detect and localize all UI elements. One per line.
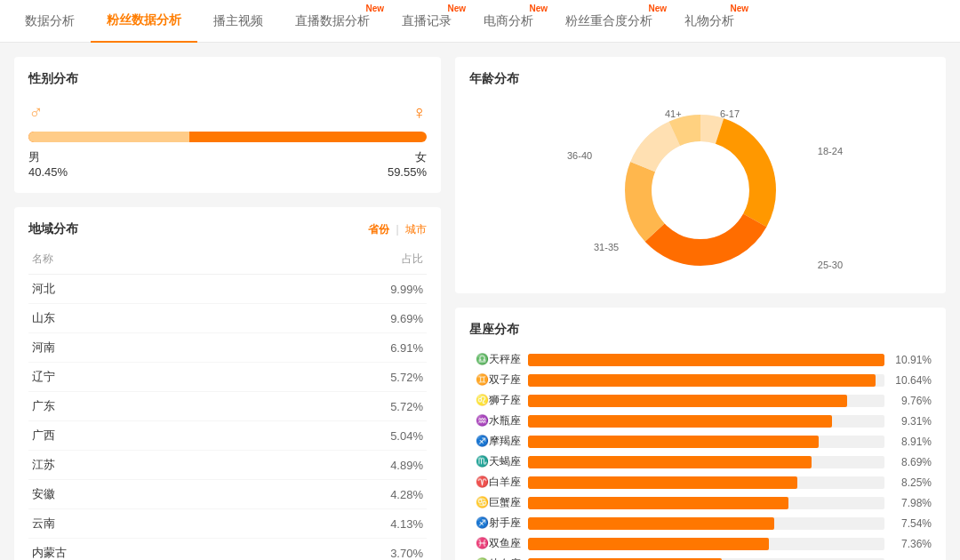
region-name: 江苏 xyxy=(28,451,232,480)
male-pct: 40.45% xyxy=(28,165,68,179)
region-pct: 4.89% xyxy=(232,451,427,480)
table-row: 内蒙古3.70% xyxy=(28,539,427,561)
tab-fans-overlap[interactable]: 粉丝重合度分析New xyxy=(549,0,668,43)
right-panel: 年龄分布 6-17 18-24 25-30 31-35 36-40 41+ 星座… xyxy=(455,57,946,560)
region-pct: 5.72% xyxy=(232,363,427,392)
age-labels-container: 6-17 18-24 25-30 31-35 36-40 41+ xyxy=(549,101,852,279)
region-name: 云南 xyxy=(28,509,232,539)
zodiac-list: ♎天秤座10.91%♊双子座10.64%♌狮子座9.76%♒水瓶座9.31%♐摩… xyxy=(469,352,932,560)
zodiac-bar-bg xyxy=(528,456,884,468)
age-card: 年龄分布 6-17 18-24 25-30 31-35 36-40 41+ xyxy=(455,57,946,293)
table-row: 广西5.04% xyxy=(28,421,427,451)
tab-gift-analysis[interactable]: 礼物分析New xyxy=(668,0,750,43)
zodiac-bar-bg xyxy=(528,538,884,550)
tab-fans-data[interactable]: 粉丝数据分析 xyxy=(91,0,197,43)
badge-new-ecommerce: New xyxy=(529,4,548,13)
region-pct: 3.70% xyxy=(232,539,427,561)
zodiac-bar-bg xyxy=(528,497,884,509)
zodiac-name: ♏天蝎座 xyxy=(469,454,521,469)
zodiac-bar-fill xyxy=(528,395,847,407)
zodiac-card: 星座分布 ♎天秤座10.91%♊双子座10.64%♌狮子座9.76%♒水瓶座9.… xyxy=(455,308,946,560)
zodiac-pct: 7.54% xyxy=(892,517,932,530)
age-label-6-17: 6-17 xyxy=(720,108,740,119)
zodiac-name: ♈白羊座 xyxy=(469,475,521,490)
gender-icons: ♂ ♀ xyxy=(28,101,427,124)
region-pct: 6.91% xyxy=(232,333,427,363)
gender-card: 性别分布 ♂ ♀ 男 40.45% 女 59.55% xyxy=(14,57,441,193)
main-content: 性别分布 ♂ ♀ 男 40.45% 女 59.55% xyxy=(0,43,960,560)
zodiac-pct: 8.91% xyxy=(892,436,932,448)
zodiac-bar-bg xyxy=(528,374,884,387)
age-label-36-40: 36-40 xyxy=(567,150,592,161)
zodiac-name: ♋巨蟹座 xyxy=(469,495,521,510)
zodiac-bar-fill xyxy=(528,456,812,468)
list-item: ♓双鱼座7.36% xyxy=(469,536,932,551)
gender-bar-male xyxy=(28,132,189,142)
zodiac-name: ♓双鱼座 xyxy=(469,536,521,551)
female-icon: ♀ xyxy=(412,101,428,124)
zodiac-name: ♌狮子座 xyxy=(469,393,521,408)
zodiac-bar-fill xyxy=(528,374,876,387)
age-label-41plus: 41+ xyxy=(665,108,682,119)
tab-live-record[interactable]: 直播记录New xyxy=(386,0,468,43)
zodiac-bar-bg xyxy=(528,354,884,366)
region-title: 地域分布 xyxy=(28,221,78,237)
zodiac-pct: 10.91% xyxy=(892,354,932,366)
zodiac-bar-bg xyxy=(528,395,884,407)
col-pct-header: 占比 xyxy=(232,244,427,275)
female-pct: 59.55% xyxy=(388,165,427,179)
table-row: 河南6.91% xyxy=(28,333,427,363)
region-name: 辽宁 xyxy=(28,363,232,392)
zodiac-bar-fill xyxy=(528,538,769,550)
region-pct: 9.69% xyxy=(232,304,427,333)
zodiac-pct: 9.31% xyxy=(892,415,932,428)
col-name-header: 名称 xyxy=(28,244,232,275)
table-row: 河北9.99% xyxy=(28,275,427,304)
list-item: ♋巨蟹座7.98% xyxy=(469,495,932,510)
zodiac-name: ♐射手座 xyxy=(469,516,521,531)
zodiac-pct: 10.64% xyxy=(892,374,932,387)
zodiac-pct: 8.25% xyxy=(892,476,932,489)
zodiac-bar-fill xyxy=(528,436,819,448)
region-table: 名称 占比 河北9.99%山东9.69%河南6.91%辽宁5.72%广东5.72… xyxy=(28,244,427,560)
toggle-city[interactable]: 城市 xyxy=(405,223,427,236)
list-item: ♈白羊座8.25% xyxy=(469,475,932,490)
tab-anchor-video[interactable]: 播主视频 xyxy=(197,0,279,43)
region-name: 安徽 xyxy=(28,480,232,509)
region-pct: 5.04% xyxy=(232,421,427,451)
tab-live-data[interactable]: 直播数据分析New xyxy=(279,0,386,43)
zodiac-title: 星座分布 xyxy=(469,322,932,338)
tab-bar: 数据分析粉丝数据分析播主视频直播数据分析New直播记录New电商分析New粉丝重… xyxy=(0,0,960,43)
table-row: 山东9.69% xyxy=(28,304,427,333)
table-row: 辽宁5.72% xyxy=(28,363,427,392)
gender-bar xyxy=(28,132,427,142)
list-item: ♒水瓶座9.31% xyxy=(469,413,932,428)
region-toggle: 省份 | 城市 xyxy=(368,222,427,237)
tab-ecommerce[interactable]: 电商分析New xyxy=(468,0,549,43)
region-pct: 5.72% xyxy=(232,392,427,421)
zodiac-name: ♎天秤座 xyxy=(469,352,521,367)
region-pct: 4.13% xyxy=(232,509,427,539)
age-label-25-30: 25-30 xyxy=(818,260,843,270)
tab-data-analysis[interactable]: 数据分析 xyxy=(9,0,91,43)
female-label-group: 女 59.55% xyxy=(388,149,427,179)
zodiac-name: ♍处女座 xyxy=(469,556,521,560)
list-item: ♎天秤座10.91% xyxy=(469,352,932,367)
male-label: 男 xyxy=(28,149,68,165)
zodiac-bar-bg xyxy=(528,436,884,448)
male-label-group: 男 40.45% xyxy=(28,149,68,179)
zodiac-pct: 8.69% xyxy=(892,456,932,468)
list-item: ♍处女座5.94% xyxy=(469,556,932,560)
region-name: 河南 xyxy=(28,333,232,363)
toggle-province[interactable]: 省份 xyxy=(368,223,389,236)
table-row: 安徽4.28% xyxy=(28,480,427,509)
list-item: ♏天蝎座8.69% xyxy=(469,454,932,469)
region-card: 地域分布 省份 | 城市 名称 占比 河北9.99%山东9.69%河南6.91%… xyxy=(14,207,441,560)
list-item: ♐射手座7.54% xyxy=(469,516,932,531)
age-label-31-35: 31-35 xyxy=(594,242,619,252)
table-row: 云南4.13% xyxy=(28,509,427,539)
toggle-sep: | xyxy=(396,223,399,236)
zodiac-name: ♊双子座 xyxy=(469,372,521,388)
left-panel: 性别分布 ♂ ♀ 男 40.45% 女 59.55% xyxy=(14,57,441,560)
region-name: 山东 xyxy=(28,304,232,333)
